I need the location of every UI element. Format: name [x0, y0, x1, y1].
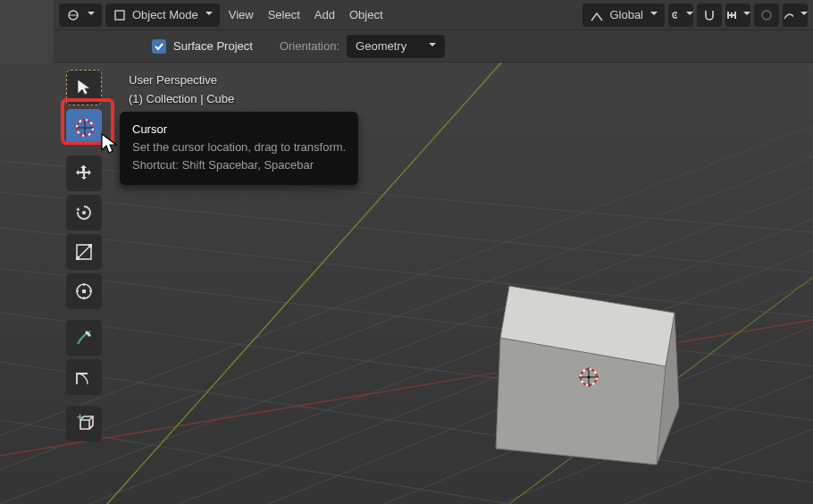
svg-point-29 [762, 11, 771, 20]
select-box-icon [73, 77, 95, 98]
viewport-3d[interactable] [0, 0, 813, 504]
magnet-icon [702, 8, 717, 22]
viewport-grid [0, 0, 813, 504]
pivot-icon [668, 8, 677, 22]
tool-move[interactable] [66, 155, 102, 191]
chevron-down-icon [799, 8, 808, 21]
snap-toggle[interactable] [697, 4, 722, 27]
svg-point-34 [82, 211, 86, 214]
header-bar: Object Mode View Select Add Object Globa… [54, 0, 813, 30]
move-icon [73, 163, 95, 184]
topbars: Object Mode View Select Add Object Globa… [54, 0, 813, 63]
chevron-down-icon [742, 8, 750, 21]
app-root: Object Mode View Select Add Object Globa… [0, 0, 813, 504]
surface-project-label: Surface Project [173, 39, 253, 53]
tool-cursor[interactable] [66, 109, 102, 145]
tool-select-box[interactable] [66, 70, 102, 105]
menu-add[interactable]: Add [309, 4, 340, 27]
svg-rect-39 [82, 290, 86, 293]
mode-label: Object Mode [132, 8, 198, 21]
transform-orientation-dropdown[interactable]: Global [583, 4, 665, 27]
tooltip-title: Cursor [132, 121, 346, 139]
tool-add-cube[interactable]: + [66, 406, 102, 441]
proportional-edit-toggle[interactable] [754, 4, 779, 27]
check-icon [154, 41, 164, 52]
tool-measure[interactable] [66, 359, 102, 395]
editor-type-icon [66, 8, 80, 22]
orientation-prop-dropdown[interactable]: Geometry [347, 35, 445, 58]
overlay-line-1: User Perspective [129, 71, 234, 90]
svg-rect-28 [734, 12, 736, 19]
chevron-down-icon [204, 8, 213, 21]
orientation-prop-value: Geometry [356, 39, 406, 53]
default-cube[interactable] [496, 286, 679, 465]
snap-type-dropdown[interactable] [725, 4, 750, 27]
add-cube-icon: + [73, 413, 95, 434]
svg-rect-22 [115, 11, 124, 20]
pivot-point-dropdown[interactable] [668, 4, 693, 27]
svg-rect-36 [76, 256, 80, 260]
svg-text:+: + [77, 413, 83, 424]
svg-rect-0 [0, 0, 813, 504]
menu-view[interactable]: View [223, 4, 259, 27]
axes-icon [590, 8, 604, 22]
tool-tooltip: Cursor Set the cursor location, drag to … [120, 112, 358, 185]
tool-rotate[interactable] [66, 195, 102, 231]
falloff-icon [783, 8, 793, 22]
editor-type-dropdown[interactable] [59, 4, 102, 27]
svg-point-24 [675, 14, 676, 16]
chevron-down-icon [684, 8, 693, 21]
tool-annotate[interactable] [66, 320, 102, 356]
cursor-3d-icon [73, 116, 95, 138]
viewport-overlay-info: User Perspective (1) Collection | Cube [129, 71, 234, 109]
orientation-prop-label: Orientation: [280, 39, 339, 53]
menu-select[interactable]: Select [263, 4, 306, 27]
snap-increment-icon [725, 9, 736, 21]
transform-icon [73, 281, 95, 302]
tooltip-description: Set the cursor location, drag to transfo… [132, 139, 346, 156]
proportional-falloff-dropdown[interactable] [783, 4, 808, 27]
orientation-label: Global [609, 8, 643, 21]
surface-project-checkbox[interactable] [152, 39, 166, 54]
svg-rect-37 [88, 244, 92, 248]
rotate-icon [73, 202, 95, 223]
object-mode-icon [113, 8, 127, 22]
proportional-icon [759, 8, 774, 22]
measure-icon [73, 366, 95, 388]
tool-header-bar: Surface Project Orientation: Geometry [54, 30, 813, 63]
svg-rect-27 [731, 13, 733, 18]
annotate-icon [73, 327, 95, 349]
svg-rect-26 [727, 12, 729, 19]
tool-transform[interactable] [66, 273, 102, 309]
chevron-down-icon [429, 39, 436, 53]
menu-object[interactable]: Object [344, 4, 389, 27]
tooltip-shortcut: Shortcut: Shift Spacebar, Spacebar [132, 156, 346, 174]
scale-icon [73, 241, 95, 263]
mode-dropdown[interactable]: Object Mode [105, 4, 220, 27]
chevron-down-icon [86, 8, 95, 21]
overlay-line-2: (1) Collection | Cube [129, 90, 234, 109]
chevron-down-icon [649, 8, 658, 21]
toolbar: + [66, 70, 102, 441]
tool-scale[interactable] [66, 234, 102, 270]
